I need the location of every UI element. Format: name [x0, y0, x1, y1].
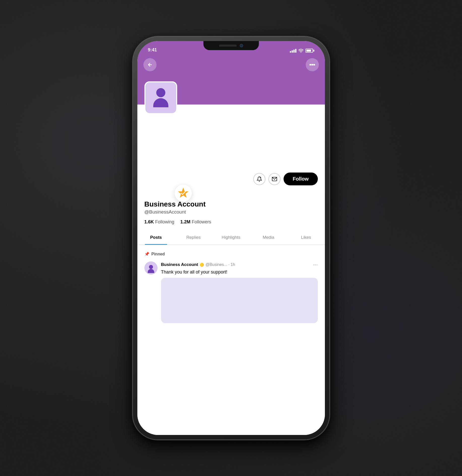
svg-point-2 — [312, 64, 313, 65]
following-count[interactable]: 1.6K Following — [144, 219, 174, 225]
action-buttons-row: + Follow — [253, 173, 318, 185]
user-handle: @BusinessAccount — [144, 209, 318, 215]
avatar-box — [144, 81, 177, 114]
post-menu-button[interactable]: ··· — [313, 261, 318, 268]
svg-point-3 — [314, 64, 315, 65]
speaker — [219, 45, 237, 47]
svg-text:+: + — [260, 177, 261, 179]
post-text: Thank you for all of your support! — [161, 269, 318, 275]
verified-badge-float — [175, 185, 192, 202]
follow-stats: 1.6K Following 1.2M Followers — [144, 219, 318, 225]
svg-point-0 — [300, 52, 301, 52]
tab-posts[interactable]: Posts — [137, 230, 175, 245]
post-item[interactable]: Business Account 🟡 @Busines... · 1h ··· … — [137, 259, 325, 326]
message-button[interactable] — [268, 173, 281, 185]
profile-avatar — [144, 81, 177, 114]
phone-device: 9:41 — [133, 37, 329, 439]
notify-button[interactable]: + — [253, 173, 265, 185]
pinned-label: 📌 Pinned — [137, 248, 325, 259]
post-handle-time: @Busines... · 1h — [205, 262, 235, 267]
post-verified-badge: 🟡 — [200, 263, 204, 267]
pin-icon: 📌 — [144, 252, 149, 256]
followers-count[interactable]: 1.2M Followers — [180, 219, 211, 225]
follow-button[interactable]: Follow — [284, 173, 318, 185]
svg-point-1 — [310, 64, 311, 65]
post-body: Business Account 🟡 @Busines... · 1h ··· … — [161, 261, 318, 323]
volume-down-button — [131, 165, 133, 185]
tab-likes[interactable]: Likes — [287, 230, 325, 245]
back-button[interactable] — [143, 58, 157, 71]
status-icons — [290, 49, 317, 53]
avatar-person-icon — [153, 88, 168, 107]
post-header: Business Account 🟡 @Busines... · 1h ··· — [161, 261, 318, 268]
battery-icon — [305, 49, 314, 53]
tab-highlights[interactable]: Highlights — [212, 230, 250, 245]
power-button — [329, 142, 331, 173]
wifi-icon — [298, 49, 303, 53]
pinned-section: 📌 Pinned Business Account 🟡 — [137, 248, 325, 326]
profile-info: Business Account @BusinessAccount 1.6K F… — [144, 200, 318, 225]
tab-media[interactable]: Media — [250, 230, 287, 245]
mute-button — [131, 112, 133, 125]
verified-star-icon — [177, 187, 189, 199]
header-nav — [137, 54, 325, 75]
svg-marker-8 — [178, 188, 189, 198]
profile-tabs: Posts Replies Highlights Media Likes — [137, 230, 325, 245]
more-options-button[interactable] — [306, 58, 319, 71]
phone-screen: 9:41 — [137, 41, 325, 435]
camera — [240, 44, 243, 47]
notch — [203, 41, 259, 50]
status-time: 9:41 — [145, 47, 157, 53]
profile-content: + Follow — [137, 105, 325, 435]
signal-icon — [290, 49, 296, 53]
volume-up-button — [131, 137, 133, 157]
tab-replies[interactable]: Replies — [175, 230, 212, 245]
post-author-name: Business Account — [161, 262, 198, 267]
post-author-avatar — [144, 261, 158, 275]
display-name: Business Account — [144, 200, 318, 208]
post-image — [161, 278, 318, 323]
